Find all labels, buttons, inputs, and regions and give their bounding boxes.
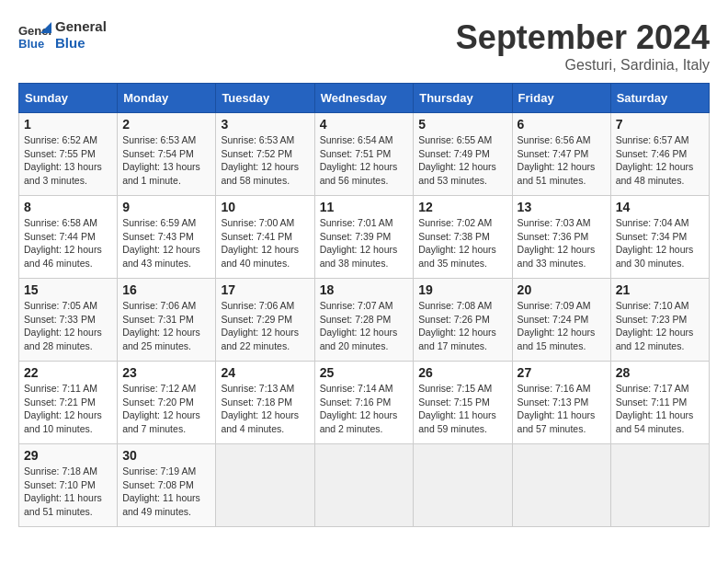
day-number: 4	[320, 117, 409, 132]
day-info: Sunrise: 7:14 AM Sunset: 7:16 PM Dayligh…	[320, 382, 409, 436]
day-cell	[610, 444, 709, 527]
day-info: Sunrise: 7:03 AM Sunset: 7:36 PM Dayligh…	[518, 216, 606, 270]
day-info: Sunrise: 7:12 AM Sunset: 7:20 PM Dayligh…	[122, 382, 210, 436]
day-info: Sunrise: 7:15 AM Sunset: 7:15 PM Dayligh…	[418, 382, 506, 436]
day-number: 15	[24, 282, 112, 297]
calendar-header: SundayMondayTuesdayWednesdayThursdayFrid…	[19, 84, 710, 113]
logo: General Blue General Blue	[18, 18, 107, 52]
day-info: Sunrise: 6:53 AM Sunset: 7:52 PM Dayligh…	[221, 133, 309, 188]
col-header-thursday: Thursday	[414, 84, 512, 113]
page-header: General Blue General Blue September 2024…	[18, 18, 710, 74]
col-header-saturday: Saturday	[610, 84, 709, 113]
day-info: Sunrise: 6:59 AM Sunset: 7:43 PM Dayligh…	[122, 216, 210, 270]
day-number: 2	[122, 117, 210, 132]
col-header-sunday: Sunday	[19, 84, 118, 113]
day-info: Sunrise: 7:09 AM Sunset: 7:24 PM Dayligh…	[518, 299, 606, 353]
day-cell	[512, 444, 610, 527]
day-cell	[216, 444, 314, 527]
day-number: 21	[616, 282, 704, 297]
day-cell: 4Sunrise: 6:54 AM Sunset: 7:51 PM Daylig…	[314, 113, 414, 196]
col-header-monday: Monday	[118, 84, 216, 113]
logo-line1: General	[55, 18, 107, 35]
day-cell	[314, 444, 414, 527]
day-info: Sunrise: 7:05 AM Sunset: 7:33 PM Dayligh…	[24, 299, 112, 353]
day-number: 8	[24, 200, 112, 214]
day-cell: 12Sunrise: 7:02 AM Sunset: 7:38 PM Dayli…	[414, 196, 512, 279]
calendar-table: SundayMondayTuesdayWednesdayThursdayFrid…	[18, 83, 710, 527]
day-number: 12	[418, 200, 506, 214]
logo-line2: Blue	[55, 35, 107, 52]
day-cell: 7Sunrise: 6:57 AM Sunset: 7:46 PM Daylig…	[610, 113, 709, 196]
day-cell: 28Sunrise: 7:17 AM Sunset: 7:11 PM Dayli…	[610, 362, 709, 444]
day-number: 11	[320, 200, 409, 214]
day-number: 6	[518, 117, 606, 132]
day-info: Sunrise: 7:04 AM Sunset: 7:34 PM Dayligh…	[616, 216, 704, 270]
day-number: 3	[221, 117, 309, 132]
day-cell: 2Sunrise: 6:53 AM Sunset: 7:54 PM Daylig…	[118, 113, 216, 196]
day-info: Sunrise: 6:53 AM Sunset: 7:54 PM Dayligh…	[122, 133, 210, 188]
day-cell: 13Sunrise: 7:03 AM Sunset: 7:36 PM Dayli…	[512, 196, 610, 279]
week-row-2: 8Sunrise: 6:58 AM Sunset: 7:44 PM Daylig…	[19, 196, 710, 279]
week-row-5: 29Sunrise: 7:18 AM Sunset: 7:10 PM Dayli…	[19, 444, 710, 527]
day-number: 5	[418, 117, 506, 132]
day-info: Sunrise: 6:52 AM Sunset: 7:55 PM Dayligh…	[24, 133, 112, 188]
week-row-4: 22Sunrise: 7:11 AM Sunset: 7:21 PM Dayli…	[19, 362, 710, 444]
day-cell: 16Sunrise: 7:06 AM Sunset: 7:31 PM Dayli…	[118, 279, 216, 362]
month-title: September 2024	[456, 18, 710, 57]
day-cell: 18Sunrise: 7:07 AM Sunset: 7:28 PM Dayli…	[314, 279, 414, 362]
location: Gesturi, Sardinia, Italy	[456, 57, 710, 74]
logo-icon: General Blue	[18, 18, 51, 52]
day-cell: 15Sunrise: 7:05 AM Sunset: 7:33 PM Dayli…	[19, 279, 118, 362]
day-info: Sunrise: 7:11 AM Sunset: 7:21 PM Dayligh…	[24, 382, 112, 436]
day-number: 26	[418, 365, 506, 380]
day-number: 25	[320, 365, 409, 380]
day-info: Sunrise: 7:08 AM Sunset: 7:26 PM Dayligh…	[418, 299, 506, 353]
week-row-1: 1Sunrise: 6:52 AM Sunset: 7:55 PM Daylig…	[19, 113, 710, 196]
day-cell: 20Sunrise: 7:09 AM Sunset: 7:24 PM Dayli…	[512, 279, 610, 362]
day-number: 27	[518, 365, 606, 380]
day-cell: 8Sunrise: 6:58 AM Sunset: 7:44 PM Daylig…	[19, 196, 118, 279]
day-number: 28	[616, 365, 704, 380]
day-cell: 10Sunrise: 7:00 AM Sunset: 7:41 PM Dayli…	[216, 196, 314, 279]
day-number: 17	[221, 282, 309, 297]
day-number: 24	[221, 365, 309, 380]
day-number: 13	[518, 200, 606, 214]
day-info: Sunrise: 7:16 AM Sunset: 7:13 PM Dayligh…	[518, 382, 606, 436]
day-number: 9	[122, 200, 210, 214]
day-number: 10	[221, 200, 309, 214]
day-info: Sunrise: 7:19 AM Sunset: 7:08 PM Dayligh…	[122, 465, 210, 519]
day-cell: 21Sunrise: 7:10 AM Sunset: 7:23 PM Dayli…	[610, 279, 709, 362]
day-number: 16	[122, 282, 210, 297]
day-number: 7	[616, 117, 704, 132]
day-number: 1	[24, 117, 112, 132]
day-number: 18	[320, 282, 409, 297]
day-info: Sunrise: 7:02 AM Sunset: 7:38 PM Dayligh…	[418, 216, 506, 270]
day-cell: 30Sunrise: 7:19 AM Sunset: 7:08 PM Dayli…	[118, 444, 216, 527]
day-info: Sunrise: 7:00 AM Sunset: 7:41 PM Dayligh…	[221, 216, 309, 270]
day-cell: 23Sunrise: 7:12 AM Sunset: 7:20 PM Dayli…	[118, 362, 216, 444]
title-block: September 2024 Gesturi, Sardinia, Italy	[456, 18, 710, 74]
col-header-wednesday: Wednesday	[314, 84, 414, 113]
day-cell: 26Sunrise: 7:15 AM Sunset: 7:15 PM Dayli…	[414, 362, 512, 444]
day-info: Sunrise: 7:07 AM Sunset: 7:28 PM Dayligh…	[320, 299, 409, 353]
day-cell: 9Sunrise: 6:59 AM Sunset: 7:43 PM Daylig…	[118, 196, 216, 279]
day-cell: 25Sunrise: 7:14 AM Sunset: 7:16 PM Dayli…	[314, 362, 414, 444]
day-cell: 6Sunrise: 6:56 AM Sunset: 7:47 PM Daylig…	[512, 113, 610, 196]
day-info: Sunrise: 7:06 AM Sunset: 7:31 PM Dayligh…	[122, 299, 210, 353]
day-info: Sunrise: 6:58 AM Sunset: 7:44 PM Dayligh…	[24, 216, 112, 270]
day-cell: 14Sunrise: 7:04 AM Sunset: 7:34 PM Dayli…	[610, 196, 709, 279]
day-info: Sunrise: 6:56 AM Sunset: 7:47 PM Dayligh…	[518, 133, 606, 188]
day-cell: 22Sunrise: 7:11 AM Sunset: 7:21 PM Dayli…	[19, 362, 118, 444]
day-info: Sunrise: 6:55 AM Sunset: 7:49 PM Dayligh…	[418, 133, 506, 188]
day-number: 20	[518, 282, 606, 297]
svg-text:Blue: Blue	[18, 37, 44, 51]
week-row-3: 15Sunrise: 7:05 AM Sunset: 7:33 PM Dayli…	[19, 279, 710, 362]
day-info: Sunrise: 6:54 AM Sunset: 7:51 PM Dayligh…	[320, 133, 409, 188]
col-header-tuesday: Tuesday	[216, 84, 314, 113]
day-cell: 24Sunrise: 7:13 AM Sunset: 7:18 PM Dayli…	[216, 362, 314, 444]
day-info: Sunrise: 7:18 AM Sunset: 7:10 PM Dayligh…	[24, 465, 112, 519]
col-header-friday: Friday	[512, 84, 610, 113]
day-info: Sunrise: 7:17 AM Sunset: 7:11 PM Dayligh…	[616, 382, 704, 436]
day-info: Sunrise: 7:13 AM Sunset: 7:18 PM Dayligh…	[221, 382, 309, 436]
day-number: 29	[24, 448, 112, 463]
